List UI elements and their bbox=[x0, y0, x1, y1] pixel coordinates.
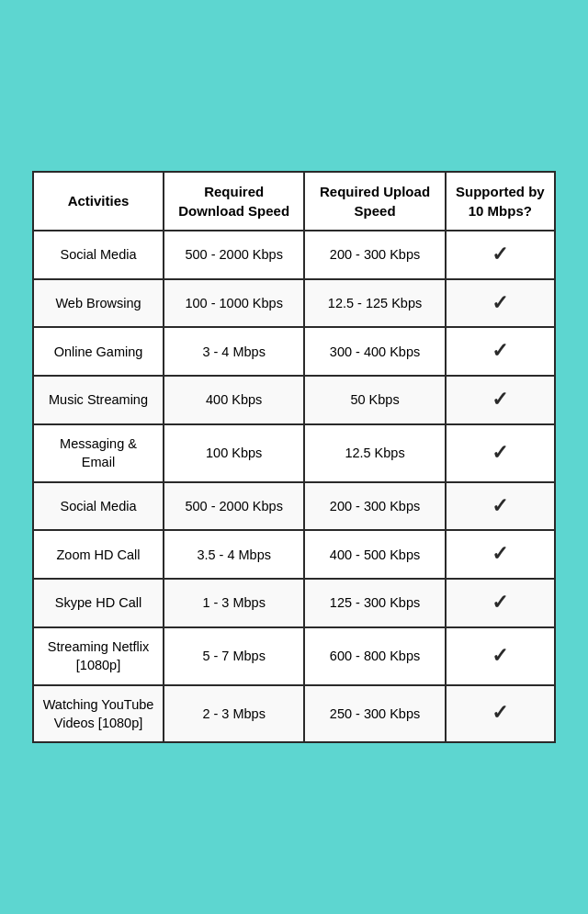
cell-upload: 400 - 500 Kbps bbox=[304, 530, 445, 579]
check-icon: ✓ bbox=[492, 542, 508, 565]
cell-supported: ✓ bbox=[446, 530, 555, 579]
check-icon: ✓ bbox=[492, 388, 508, 411]
cell-supported: ✓ bbox=[446, 482, 555, 531]
cell-activity: Social Media bbox=[33, 482, 164, 531]
cell-upload: 50 Kbps bbox=[304, 376, 445, 424]
cell-download: 100 - 1000 Kbps bbox=[164, 279, 304, 328]
check-icon: ✓ bbox=[492, 441, 508, 464]
table-header-row: Activities Required Download Speed Requi… bbox=[33, 172, 555, 231]
table-row: Messaging & Email100 Kbps12.5 Kbps✓ bbox=[33, 424, 555, 482]
cell-upload: 200 - 300 Kbps bbox=[304, 231, 445, 279]
cell-upload: 300 - 400 Kbps bbox=[304, 327, 445, 376]
table-row: Music Streaming400 Kbps50 Kbps✓ bbox=[33, 376, 555, 424]
header-activity: Activities bbox=[33, 172, 164, 231]
check-icon: ✓ bbox=[492, 494, 508, 517]
table-row: Zoom HD Call3.5 - 4 Mbps400 - 500 Kbps✓ bbox=[33, 530, 555, 579]
cell-download: 2 - 3 Mbps bbox=[164, 685, 304, 743]
cell-supported: ✓ bbox=[446, 579, 555, 627]
cell-activity: Zoom HD Call bbox=[33, 530, 164, 579]
check-icon: ✓ bbox=[492, 591, 508, 614]
table-wrapper: Activities Required Download Speed Requi… bbox=[14, 152, 574, 762]
internet-speed-table: Activities Required Download Speed Requi… bbox=[32, 171, 556, 743]
table-row: Online Gaming3 - 4 Mbps300 - 400 Kbps✓ bbox=[33, 327, 555, 376]
cell-activity: Online Gaming bbox=[33, 327, 164, 376]
cell-upload: 250 - 300 Kbps bbox=[304, 685, 445, 743]
cell-upload: 12.5 - 125 Kbps bbox=[304, 279, 445, 328]
check-icon: ✓ bbox=[492, 291, 508, 314]
cell-supported: ✓ bbox=[446, 424, 555, 482]
check-icon: ✓ bbox=[492, 339, 508, 362]
header-supported: Supported by 10 Mbps? bbox=[446, 172, 555, 231]
table-row: Streaming Netflix [1080p]5 - 7 Mbps600 -… bbox=[33, 627, 555, 685]
cell-activity: Web Browsing bbox=[33, 279, 164, 328]
cell-supported: ✓ bbox=[446, 685, 555, 743]
cell-supported: ✓ bbox=[446, 231, 555, 279]
table-row: Watching YouTube Videos [1080p]2 - 3 Mbp… bbox=[33, 685, 555, 743]
check-icon: ✓ bbox=[492, 701, 508, 724]
table-row: Social Media500 - 2000 Kbps200 - 300 Kbp… bbox=[33, 482, 555, 531]
cell-activity: Streaming Netflix [1080p] bbox=[33, 627, 164, 685]
cell-activity: Messaging & Email bbox=[33, 424, 164, 482]
table-row: Social Media500 - 2000 Kbps200 - 300 Kbp… bbox=[33, 231, 555, 279]
cell-activity: Music Streaming bbox=[33, 376, 164, 424]
cell-download: 400 Kbps bbox=[164, 376, 304, 424]
cell-download: 3 - 4 Mbps bbox=[164, 327, 304, 376]
check-icon: ✓ bbox=[492, 644, 508, 667]
cell-activity: Watching YouTube Videos [1080p] bbox=[33, 685, 164, 743]
cell-upload: 12.5 Kbps bbox=[304, 424, 445, 482]
table-row: Skype HD Call1 - 3 Mbps125 - 300 Kbps✓ bbox=[33, 579, 555, 627]
header-download: Required Download Speed bbox=[164, 172, 304, 231]
table-row: Web Browsing100 - 1000 Kbps12.5 - 125 Kb… bbox=[33, 279, 555, 328]
cell-activity: Skype HD Call bbox=[33, 579, 164, 627]
cell-activity: Social Media bbox=[33, 231, 164, 279]
cell-upload: 600 - 800 Kbps bbox=[304, 627, 445, 685]
cell-download: 100 Kbps bbox=[164, 424, 304, 482]
check-icon: ✓ bbox=[492, 243, 508, 265]
cell-supported: ✓ bbox=[446, 327, 555, 376]
cell-upload: 200 - 300 Kbps bbox=[304, 482, 445, 531]
cell-upload: 125 - 300 Kbps bbox=[304, 579, 445, 627]
header-upload: Required Upload Speed bbox=[304, 172, 445, 231]
cell-supported: ✓ bbox=[446, 279, 555, 328]
cell-supported: ✓ bbox=[446, 376, 555, 424]
cell-supported: ✓ bbox=[446, 627, 555, 685]
cell-download: 1 - 3 Mbps bbox=[164, 579, 304, 627]
cell-download: 500 - 2000 Kbps bbox=[164, 231, 304, 279]
cell-download: 500 - 2000 Kbps bbox=[164, 482, 304, 531]
cell-download: 5 - 7 Mbps bbox=[164, 627, 304, 685]
cell-download: 3.5 - 4 Mbps bbox=[164, 530, 304, 579]
